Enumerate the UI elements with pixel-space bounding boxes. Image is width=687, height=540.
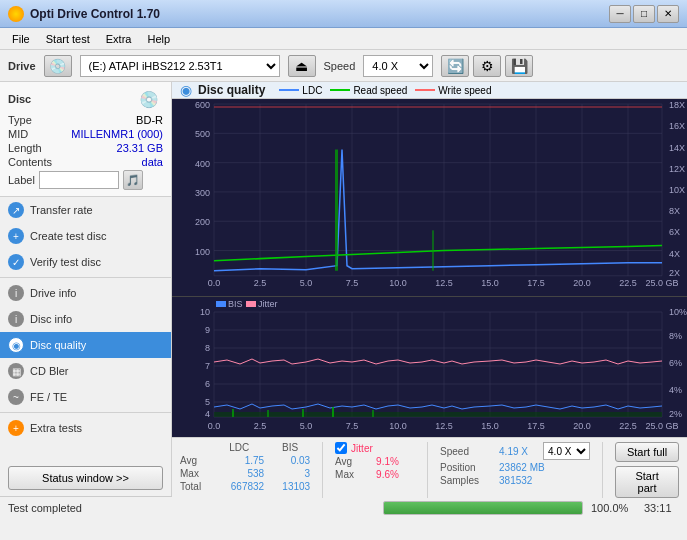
disc-icon[interactable]: 💿	[135, 88, 163, 110]
close-button[interactable]: ✕	[657, 5, 679, 23]
svg-text:4X: 4X	[669, 249, 680, 259]
sidebar-item-drive-info[interactable]: i Drive info	[0, 280, 171, 306]
drive-select[interactable]: (E:) ATAPI iHBS212 2.53T1	[80, 55, 280, 77]
progress-bar-fill	[384, 502, 582, 514]
minimize-button[interactable]: ─	[609, 5, 631, 23]
create-test-icon: +	[8, 228, 24, 244]
right-panel: ◉ Disc quality LDC Read speed Write spee…	[172, 82, 687, 496]
jitter-max-label: Max	[335, 469, 370, 480]
svg-text:9: 9	[205, 325, 210, 335]
legend-write-speed: Write speed	[415, 85, 491, 96]
fe-te-icon: ~	[8, 389, 24, 405]
avg-bis: 0.03	[270, 455, 310, 466]
svg-text:6%: 6%	[669, 358, 682, 368]
svg-text:100: 100	[195, 247, 210, 257]
drive-label: Drive	[8, 60, 36, 72]
svg-text:7.5: 7.5	[346, 421, 359, 431]
svg-rect-83	[214, 412, 662, 417]
disc-label-row: Label 🎵	[8, 170, 163, 190]
chart-bottom: BIS Jitter	[172, 297, 687, 437]
jitter-checkbox[interactable]	[335, 442, 347, 454]
menu-extra[interactable]: Extra	[98, 31, 140, 47]
sidebar-item-transfer-rate[interactable]: ↗ Transfer rate	[0, 197, 171, 223]
svg-text:25.0 GB: 25.0 GB	[646, 278, 679, 288]
transfer-rate-label: Transfer rate	[30, 204, 93, 216]
svg-text:400: 400	[195, 159, 210, 169]
jitter-label: Jitter	[351, 443, 373, 454]
fe-te-label: FE / TE	[30, 391, 67, 403]
bis-col-header: BIS	[270, 442, 310, 453]
svg-text:15.0: 15.0	[481, 278, 498, 288]
save-icon[interactable]: 💾	[505, 55, 533, 77]
settings-icon[interactable]: ⚙	[473, 55, 501, 77]
disc-contents-key: Contents	[8, 156, 52, 168]
maximize-button[interactable]: □	[633, 5, 655, 23]
sidebar-item-cd-bler[interactable]: ▦ CD Bler	[0, 358, 171, 384]
speed-stat-select[interactable]: 4.0 X	[543, 442, 590, 460]
disc-length-val: 23.31 GB	[117, 142, 163, 154]
svg-text:25.0 GB: 25.0 GB	[645, 421, 678, 431]
cd-bler-icon: ▦	[8, 363, 24, 379]
titlebar: Opti Drive Control 1.70 ─ □ ✕	[0, 0, 687, 28]
legend-read-speed: Read speed	[330, 85, 407, 96]
jitter-max: 9.6%	[376, 469, 399, 480]
disc-length-row: Length 23.31 GB	[8, 142, 163, 154]
status-window-button[interactable]: Status window >>	[8, 466, 163, 490]
ldc-col-header: LDC	[214, 442, 264, 453]
disc-mid-key: MID	[8, 128, 28, 140]
svg-text:4%: 4%	[669, 385, 682, 395]
disc-quality-icon: ◉	[8, 337, 24, 353]
svg-rect-88	[372, 410, 374, 417]
sidebar-item-verify-test-disc[interactable]: ✓ Verify test disc	[0, 249, 171, 275]
sidebar-item-create-test-disc[interactable]: + Create test disc	[0, 223, 171, 249]
sidebar-item-disc-quality[interactable]: ◉ Disc quality	[0, 332, 171, 358]
legend: LDC Read speed Write speed	[279, 85, 491, 96]
refresh-icon[interactable]: 🔄	[441, 55, 469, 77]
svg-text:2.5: 2.5	[254, 421, 267, 431]
svg-text:14X: 14X	[669, 142, 685, 152]
total-bis: 13103	[270, 481, 310, 492]
sidebar-item-extra-tests[interactable]: + Extra tests	[0, 415, 171, 441]
disc-info-label: Disc info	[30, 313, 72, 325]
max-ldc: 538	[214, 468, 264, 479]
svg-rect-84	[232, 409, 234, 417]
svg-text:22.5: 22.5	[619, 421, 637, 431]
svg-text:200: 200	[195, 217, 210, 227]
chart-top-svg: 600 500 400 300 200 100 18X 16X 14X 12X …	[172, 99, 687, 296]
disc-label-icon[interactable]: 🎵	[123, 170, 143, 190]
speed-stat-label: Speed	[440, 446, 495, 457]
svg-text:20.0: 20.0	[573, 278, 590, 288]
titlebar-left: Opti Drive Control 1.70	[8, 6, 160, 22]
sidebar-item-disc-info[interactable]: i Disc info	[0, 306, 171, 332]
stats-divider-3	[602, 442, 603, 498]
nav-divider-2	[0, 412, 171, 413]
menu-help[interactable]: Help	[139, 31, 178, 47]
speed-select[interactable]: 4.0 X	[363, 55, 433, 77]
drive-bar: Drive 💿 (E:) ATAPI iHBS212 2.53T1 ⏏ Spee…	[0, 50, 687, 82]
progress-text: 100.0%	[591, 502, 636, 514]
eject-icon[interactable]: ⏏	[288, 55, 316, 77]
disc-quality-header: ◉ Disc quality LDC Read speed Write spee…	[172, 82, 687, 99]
svg-text:6: 6	[205, 379, 210, 389]
disc-label-input[interactable]	[39, 171, 119, 189]
sidebar-item-fe-te[interactable]: ~ FE / TE	[0, 384, 171, 410]
main-content: Disc 💿 Type BD-R MID MILLENMR1 (000) Len…	[0, 82, 687, 496]
svg-text:20.0: 20.0	[573, 421, 591, 431]
start-full-button[interactable]: Start full	[615, 442, 679, 462]
verify-test-icon: ✓	[8, 254, 24, 270]
disc-length-key: Length	[8, 142, 42, 154]
svg-text:6X: 6X	[669, 227, 680, 237]
disc-info-icon: i	[8, 311, 24, 327]
svg-text:600: 600	[195, 100, 210, 110]
svg-text:8: 8	[205, 343, 210, 353]
menubar: File Start test Extra Help	[0, 28, 687, 50]
sidebar: Disc 💿 Type BD-R MID MILLENMR1 (000) Len…	[0, 82, 172, 496]
avg-label: Avg	[180, 455, 208, 466]
legend-ldc: LDC	[279, 85, 322, 96]
drive-change-icon[interactable]: 💿	[44, 55, 72, 77]
progress-bar-container	[383, 501, 583, 515]
start-part-button[interactable]: Start part	[615, 466, 679, 498]
menu-start-test[interactable]: Start test	[38, 31, 98, 47]
svg-text:17.5: 17.5	[527, 421, 545, 431]
menu-file[interactable]: File	[4, 31, 38, 47]
